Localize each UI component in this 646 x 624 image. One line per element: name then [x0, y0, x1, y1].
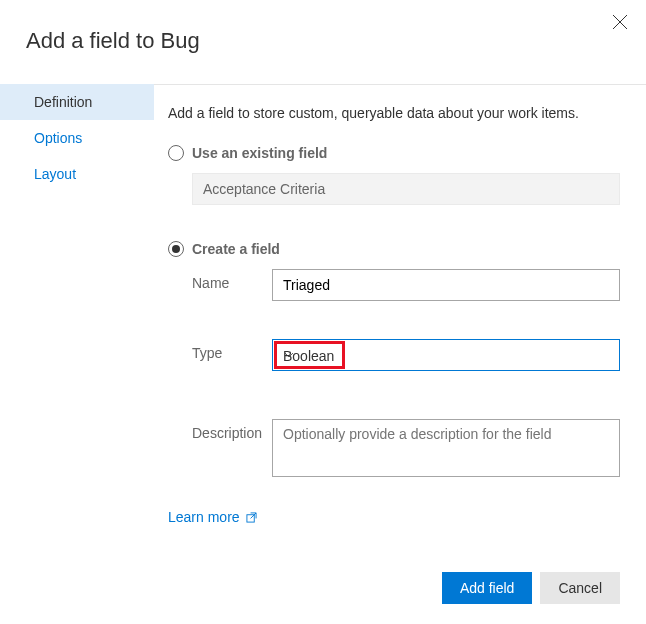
- dialog-title: Add a field to Bug: [0, 0, 646, 54]
- existing-field-label: Use an existing field: [192, 145, 327, 161]
- tab-options[interactable]: Options: [26, 120, 154, 156]
- svg-line-3: [250, 512, 256, 518]
- add-field-button[interactable]: Add field: [442, 572, 532, 604]
- type-select[interactable]: Boolean: [272, 339, 620, 371]
- create-field-label: Create a field: [192, 241, 280, 257]
- content-description: Add a field to store custom, queryable d…: [168, 105, 620, 121]
- type-row: Type Boolean: [192, 339, 620, 371]
- close-button[interactable]: [612, 14, 628, 30]
- learn-more-link[interactable]: Learn more: [168, 509, 257, 525]
- tab-layout[interactable]: Layout: [26, 156, 154, 192]
- existing-field-option[interactable]: Use an existing field: [168, 145, 620, 161]
- description-label: Description: [192, 419, 272, 441]
- external-link-icon: [246, 512, 257, 523]
- learn-more-text: Learn more: [168, 509, 240, 525]
- add-field-dialog: Add a field to Bug Definition Options La…: [0, 0, 646, 624]
- name-label: Name: [192, 269, 272, 291]
- cancel-button[interactable]: Cancel: [540, 572, 620, 604]
- dialog-footer: Add field Cancel: [442, 572, 620, 604]
- description-input[interactable]: [272, 419, 620, 477]
- create-field-option[interactable]: Create a field: [168, 241, 620, 257]
- content-panel: Add a field to store custom, queryable d…: [154, 84, 646, 558]
- description-row: Description: [192, 419, 620, 477]
- sidebar: Definition Options Layout: [0, 84, 154, 558]
- existing-field-value: Acceptance Criteria: [203, 181, 325, 197]
- type-label: Type: [192, 339, 272, 361]
- radio-icon[interactable]: [168, 145, 184, 161]
- existing-field-select: Acceptance Criteria: [192, 173, 620, 205]
- close-icon: [612, 14, 628, 30]
- name-input[interactable]: [272, 269, 620, 301]
- radio-icon[interactable]: [168, 241, 184, 257]
- type-value: Boolean: [274, 341, 345, 369]
- name-row: Name: [192, 269, 620, 301]
- dialog-body: Definition Options Layout Add a field to…: [0, 84, 646, 558]
- tab-definition[interactable]: Definition: [0, 84, 154, 120]
